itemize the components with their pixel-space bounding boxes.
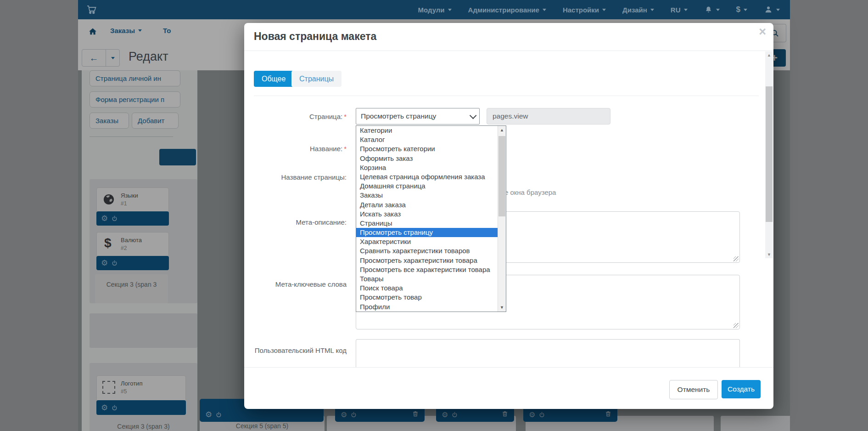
- user-menu[interactable]: [764, 5, 780, 14]
- dropdown-option[interactable]: Просмотреть характеристики товара: [356, 256, 506, 265]
- dropdown-option[interactable]: Каталог: [356, 135, 506, 144]
- dropdown-option[interactable]: Оформить заказ: [356, 154, 506, 163]
- resize-handle-icon[interactable]: [734, 256, 739, 261]
- chevron-down-icon: [650, 9, 654, 11]
- dropdown-scrollbar[interactable]: ▲ ▼: [498, 126, 506, 312]
- new-layout-page-modal: Новая страница макета × Общее Страницы С…: [244, 23, 773, 409]
- meta-keywords-label: Мета-ключевые слова: [244, 280, 347, 288]
- custom-html-label: Пользовательский HTML код: [244, 345, 347, 356]
- dropdown-options: КатегорииКаталогПросмотреть категорииОфо…: [356, 126, 506, 312]
- menu-settings[interactable]: Настройки: [563, 6, 606, 14]
- required-mark: *: [344, 113, 347, 120]
- divider: [254, 96, 759, 96]
- chevron-down-icon: [543, 9, 546, 11]
- divider: [244, 51, 773, 51]
- page-select-dropdown-list: КатегорииКаталогПросмотреть категорииОфо…: [356, 125, 506, 312]
- dropdown-option[interactable]: Характеристики: [356, 237, 506, 246]
- page-title-field-label: Название страницы:: [244, 173, 347, 181]
- chevron-down-icon: [684, 9, 688, 11]
- chevron-down-icon: [776, 9, 780, 11]
- dropdown-option[interactable]: Профили: [356, 302, 506, 312]
- tab-pages[interactable]: Страницы: [291, 71, 342, 87]
- custom-html-textarea[interactable]: [356, 339, 740, 367]
- name-field-label: Название:*: [244, 145, 347, 153]
- menu-administration[interactable]: Администрирование: [468, 6, 546, 14]
- scroll-down-icon[interactable]: ▼: [498, 305, 506, 310]
- page-select[interactable]: Просмотреть страницу: [356, 108, 480, 125]
- close-icon[interactable]: ×: [759, 25, 766, 39]
- scrollbar-thumb[interactable]: [766, 86, 773, 222]
- dropdown-option[interactable]: Просмотреть категории: [356, 144, 506, 153]
- dropdown-option[interactable]: Товары: [356, 274, 506, 284]
- dropdown-option[interactable]: Корзина: [356, 163, 506, 172]
- tab-general[interactable]: Общее: [254, 71, 293, 87]
- dropdown-option[interactable]: Искать заказ: [356, 210, 506, 219]
- modal-scrollbar[interactable]: ▲ ▼: [765, 51, 773, 258]
- required-mark: *: [344, 145, 347, 153]
- user-icon: [764, 5, 773, 14]
- menu-modules[interactable]: Модули: [418, 6, 452, 14]
- admin-app: Модули Администрирование Настройки Дизай…: [78, 0, 790, 431]
- chevron-down-icon: [716, 9, 720, 11]
- scroll-up-icon[interactable]: ▲: [498, 128, 506, 132]
- top-navbar: Модули Администрирование Настройки Дизай…: [78, 0, 790, 19]
- top-menu: Модули Администрирование Настройки Дизай…: [418, 5, 790, 14]
- scroll-up-icon[interactable]: ▲: [765, 53, 773, 57]
- notifications-menu[interactable]: [704, 6, 720, 14]
- dropdown-option[interactable]: Заказы: [356, 191, 506, 200]
- dropdown-option[interactable]: Страницы: [356, 219, 506, 228]
- dropdown-option[interactable]: Просмотреть все характеристики товара: [356, 265, 506, 274]
- scrollbar-thumb[interactable]: [498, 136, 505, 216]
- dropdown-option[interactable]: Просмотреть страницу: [356, 228, 506, 237]
- create-button[interactable]: Создать: [722, 380, 761, 398]
- menu-language[interactable]: RU: [671, 6, 688, 14]
- currency-menu[interactable]: $: [736, 5, 747, 14]
- currency-icon: $: [736, 5, 740, 14]
- meta-description-label: Мета-описание:: [244, 218, 347, 226]
- dropdown-option[interactable]: Поиск товара: [356, 284, 506, 293]
- bell-icon: [704, 6, 713, 14]
- chevron-down-icon: [448, 9, 452, 11]
- divider: [244, 367, 773, 368]
- dropdown-option[interactable]: Категории: [356, 126, 506, 135]
- cancel-button[interactable]: Отменить: [669, 380, 718, 399]
- page-code-field: pages.view: [487, 108, 610, 125]
- dropdown-option[interactable]: Сравнить характеристики товаров: [356, 246, 506, 255]
- dropdown-option[interactable]: Целевая страница оформления заказа: [356, 172, 506, 181]
- chevron-down-icon: [470, 112, 477, 119]
- menu-design[interactable]: Дизайн: [622, 6, 654, 14]
- page-field-label: Страница:*: [244, 113, 347, 120]
- dropdown-option[interactable]: Домашняя страница: [356, 181, 506, 191]
- modal-title: Новая страница макета: [254, 30, 376, 43]
- resize-handle-icon[interactable]: [734, 323, 739, 328]
- chevron-down-icon: [602, 9, 606, 11]
- chevron-down-icon: [744, 9, 747, 11]
- dropdown-option[interactable]: Просмотреть товар: [356, 293, 506, 302]
- scroll-down-icon[interactable]: ▼: [765, 252, 773, 257]
- cart-icon[interactable]: [86, 4, 97, 15]
- dropdown-option[interactable]: Детали заказа: [356, 200, 506, 210]
